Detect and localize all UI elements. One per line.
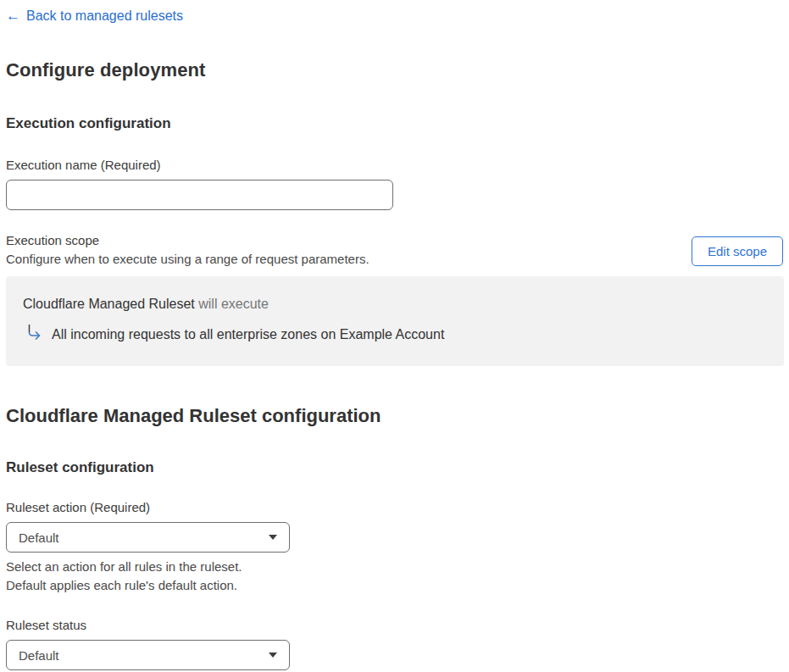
back-arrow-icon: ←	[6, 8, 20, 25]
scope-summary-detail: All incoming requests to all enterprise …	[23, 325, 767, 347]
scope-summary-panel: Cloudflare Managed Ruleset will execute …	[6, 276, 784, 366]
ruleset-action-label: Ruleset action (Required)	[6, 499, 783, 516]
ruleset-configuration-heading: Cloudflare Managed Ruleset configuration	[6, 403, 783, 429]
configure-deployment-page: ← Back to managed rulesets Configure dep…	[0, 0, 789, 672]
edit-scope-button[interactable]: Edit scope	[692, 236, 783, 266]
execution-scope-label: Execution scope	[6, 231, 783, 250]
will-execute-text: will execute	[198, 297, 269, 311]
ruleset-action-selected-value: Default	[19, 530, 59, 545]
ruleset-action-help-line1: Select an action for all rules in the ru…	[6, 558, 783, 576]
execution-scope-description: Configure when to execute using a range …	[6, 250, 783, 269]
branch-down-right-arrow-icon	[25, 324, 42, 347]
ruleset-name-text: Cloudflare Managed Ruleset	[23, 297, 195, 311]
back-to-managed-rulesets-link[interactable]: ← Back to managed rulesets	[6, 7, 183, 25]
execution-scope-row: Execution scope Configure when to execut…	[6, 231, 783, 269]
ruleset-action-help-line2: Default applies each rule's default acti…	[6, 576, 783, 595]
ruleset-status-selected-value: Default	[19, 648, 59, 663]
ruleset-action-select[interactable]: Default	[6, 522, 290, 553]
back-link-label: Back to managed rulesets	[26, 7, 183, 25]
scope-summary-text: All incoming requests to all enterprise …	[52, 325, 444, 344]
ruleset-status-label: Ruleset status	[6, 617, 783, 634]
execution-configuration-heading: Execution configuration	[6, 114, 783, 133]
scope-summary-headline: Cloudflare Managed Ruleset will execute	[23, 295, 767, 314]
page-title: Configure deployment	[6, 58, 783, 83]
execution-name-input[interactable]	[6, 180, 393, 210]
caret-down-icon	[269, 535, 277, 540]
caret-down-icon	[269, 653, 277, 658]
ruleset-status-select[interactable]: Default	[6, 640, 290, 670]
ruleset-configuration-subheading: Ruleset configuration	[6, 458, 783, 477]
execution-name-label: Execution name (Required)	[6, 157, 783, 174]
